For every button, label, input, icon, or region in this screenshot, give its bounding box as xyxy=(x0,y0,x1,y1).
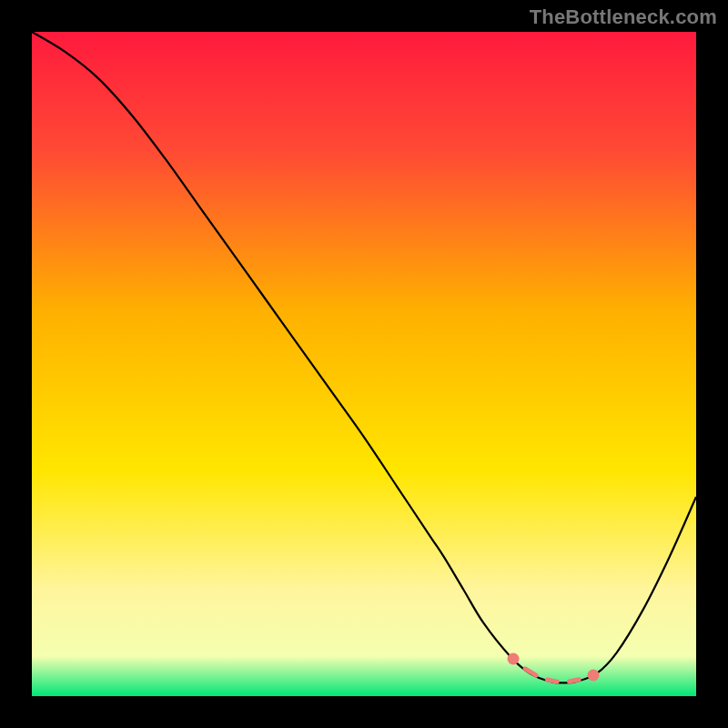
optimal-marker xyxy=(508,653,520,665)
watermark-text: TheBottleneck.com xyxy=(530,5,717,29)
optimal-marker xyxy=(587,669,599,681)
chart-plot-area xyxy=(32,32,696,696)
bottleneck-curve xyxy=(32,32,696,696)
